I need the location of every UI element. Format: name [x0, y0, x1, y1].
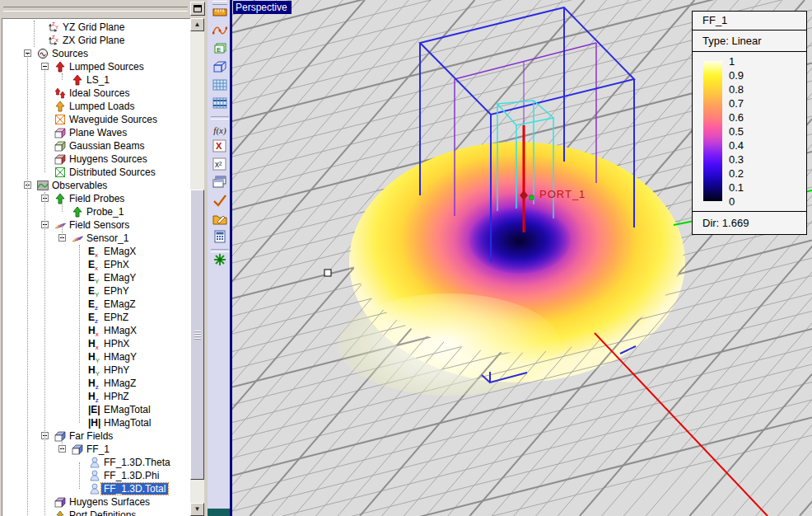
tree-item-huygens-sources[interactable]: Huygens Sources — [2, 152, 190, 166]
tree-item-sensor-1[interactable]: Sensor_1 — [2, 232, 190, 245]
tree-item-hmagy[interactable]: HYHMagY — [2, 350, 190, 364]
tree-item-ephx[interactable]: ExEPhX — [2, 258, 190, 271]
mesh-grid-button[interactable] — [210, 77, 230, 96]
tree-item-ls-1[interactable]: LS_1 — [2, 73, 190, 87]
tree-item-label[interactable]: EPhY — [101, 285, 132, 297]
tree-item-label[interactable]: EPhX — [101, 259, 132, 270]
tree-item-emagy[interactable]: EYEMagY — [2, 271, 190, 284]
tree-item-label[interactable]: Lumped Loads — [67, 101, 137, 112]
tree-item-emagz[interactable]: EzEMagZ — [2, 298, 190, 311]
function-fx-button[interactable]: f(x) — [210, 120, 230, 138]
tree-item-label[interactable]: Probe_1 — [84, 206, 126, 218]
tree-item-zx-grid-plane[interactable]: ZXZX Grid Plane — [2, 34, 190, 47]
tree-item-label[interactable]: HMagX — [101, 325, 139, 336]
tree-item-label[interactable]: Field Sensors — [67, 219, 132, 231]
tree-item-label[interactable]: EMagX — [101, 246, 138, 257]
tree-item-hphx[interactable]: HxHPhX — [2, 337, 190, 350]
tree-item-label[interactable]: EMagY — [101, 272, 138, 284]
tree-item-label[interactable]: EMagTotal — [101, 404, 153, 415]
material-sheets-button[interactable]: E — [210, 41, 230, 59]
tree-item-hmagtotal[interactable]: |H|HMagTotal — [2, 416, 190, 429]
tree-item-label[interactable]: Sources — [49, 48, 91, 59]
colorbar-tick-label: 0.4 — [729, 139, 744, 152]
tree-item-field-probes[interactable]: Field Probes — [2, 192, 190, 205]
tree-item-emagtotal[interactable]: |E|EMagTotal — [2, 403, 190, 416]
tree-item-label[interactable]: Port Definitions — [67, 509, 138, 516]
panel-splitter[interactable] — [3, 7, 188, 12]
tree-item-label[interactable]: Lumped Sources — [67, 61, 147, 73]
pick-point-handle[interactable] — [324, 270, 331, 276]
edit-notes-button[interactable] — [210, 211, 230, 229]
waveform-button[interactable] — [210, 23, 230, 41]
mesh-planes-button[interactable] — [210, 96, 230, 114]
tree-item-field-sensors[interactable]: Field Sensors — [2, 218, 190, 232]
scroll-down-button[interactable]: ▼ — [190, 503, 204, 516]
tree-item-label[interactable]: ZX Grid Plane — [60, 35, 127, 46]
tree-scrollbar[interactable]: ▲ ▼ — [190, 18, 204, 516]
x-squared-button[interactable]: x² — [210, 157, 230, 175]
tree-item-label[interactable]: HMagZ — [101, 378, 138, 389]
waveguide-source-icon — [54, 114, 68, 125]
tree-item-label[interactable]: Gaussian Beams — [67, 140, 147, 152]
tree-item-lumped-loads[interactable]: Lumped Loads — [2, 100, 190, 113]
tree-item-label[interactable]: LS_1 — [84, 74, 112, 86]
tree-item-label[interactable]: EMagZ — [101, 298, 138, 310]
tree-item-label[interactable]: EPhZ — [101, 312, 131, 323]
tree-item-label[interactable]: Distributed Sources — [67, 167, 158, 178]
tree-item-label[interactable]: HPhX — [101, 338, 132, 349]
tree-item-label[interactable]: Far Fields — [67, 430, 115, 442]
tree-item-label[interactable]: Plane Waves — [67, 127, 129, 138]
window-layers-button[interactable] — [210, 175, 230, 193]
tree-item-label[interactable]: HPhY — [101, 364, 132, 376]
tree-item-label[interactable]: FF_1 — [84, 443, 112, 455]
tree-item-sources[interactable]: Sources — [2, 47, 190, 60]
tree-item-far-fields[interactable]: Far Fields — [2, 429, 190, 443]
tree-item-label[interactable]: FF_1.3D.Phi — [101, 470, 161, 481]
tree-item-label[interactable]: Sensor_1 — [84, 232, 131, 244]
tree-item-label[interactable]: Ideal Sources — [67, 87, 132, 99]
tree-item-label[interactable]: Field Probes — [67, 193, 127, 204]
tree-item-yz-grid-plane[interactable]: ZYYZ Grid Plane — [2, 21, 190, 34]
calculator-button[interactable] — [210, 229, 230, 247]
scroll-up-button[interactable]: ▲ — [190, 18, 204, 31]
validate-check-button[interactable] — [210, 193, 230, 211]
tree-item-plane-waves[interactable]: Plane Waves — [2, 126, 190, 139]
tree-item-ephz[interactable]: EzEPhZ — [2, 311, 190, 324]
tree-item-ff-1-3d-total[interactable]: FF_1.3D.Total — [2, 482, 190, 495]
panel-restore-button[interactable] — [190, 2, 205, 16]
tree-item-emagx[interactable]: ExEMagX — [2, 245, 190, 258]
tree-item-huygens-surfaces[interactable]: Huygens Surfaces — [2, 495, 190, 509]
tree-item-lumped-sources[interactable]: Lumped Sources — [2, 60, 190, 73]
tree-item-distributed-sources[interactable]: Distributed Sources — [2, 166, 190, 179]
tree-item-probe-1[interactable]: Probe_1 — [2, 205, 190, 218]
tree-item-ideal-sources[interactable]: Ideal Sources — [2, 87, 190, 100]
measure-ruler-button[interactable] — [210, 5, 230, 23]
tree-item-label[interactable]: Huygens Surfaces — [67, 496, 152, 508]
tree-item-hmagz[interactable]: HzHMagZ — [2, 377, 190, 390]
delete-x-button[interactable]: X — [210, 138, 230, 157]
tree-item-gaussian-beams[interactable]: Gaussian Beams — [2, 139, 190, 152]
project-tree: ZYYZ Grid PlaneZXZX Grid PlaneSourcesLum… — [2, 18, 190, 516]
tree-item-label[interactable]: HMagTotal — [101, 417, 153, 429]
tree-item-ff-1-3d-phi[interactable]: FF_1.3D.Phi — [2, 469, 190, 482]
tree-item-label[interactable]: HMagY — [101, 351, 139, 363]
scrollbar-thumb[interactable] — [190, 190, 204, 480]
tree-item-label[interactable]: FF_1.3D.Total — [101, 483, 168, 495]
tree-item-hphz[interactable]: HzHPhZ — [2, 390, 190, 403]
tree-item-port-definitions[interactable]: Port Definitions — [2, 509, 190, 516]
tree-item-label[interactable]: Huygens Sources — [67, 153, 150, 165]
tree-item-label[interactable]: Waveguide Sources — [67, 114, 160, 125]
tree-item-ff-1-3d-theta[interactable]: FF_1.3D.Theta — [2, 456, 190, 469]
tree-item-ephy[interactable]: EYEPhY — [2, 284, 190, 298]
tree-item-hmagx[interactable]: HxHMagX — [2, 324, 190, 337]
tree-item-hphy[interactable]: HYHPhY — [2, 364, 190, 377]
tree-item-waveguide-sources[interactable]: Waveguide Sources — [2, 113, 190, 126]
tree-item-label[interactable]: Observables — [49, 180, 110, 191]
tree-item-label[interactable]: HPhZ — [101, 391, 132, 402]
tree-item-label[interactable]: FF_1.3D.Theta — [101, 457, 173, 468]
feature-star-button[interactable] — [210, 252, 230, 270]
geometry-box-button[interactable] — [210, 59, 230, 77]
tree-item-observables[interactable]: Observables — [2, 179, 190, 192]
tree-item-ff-1[interactable]: FF_1 — [2, 443, 190, 456]
tree-item-label[interactable]: YZ Grid Plane — [60, 21, 127, 33]
